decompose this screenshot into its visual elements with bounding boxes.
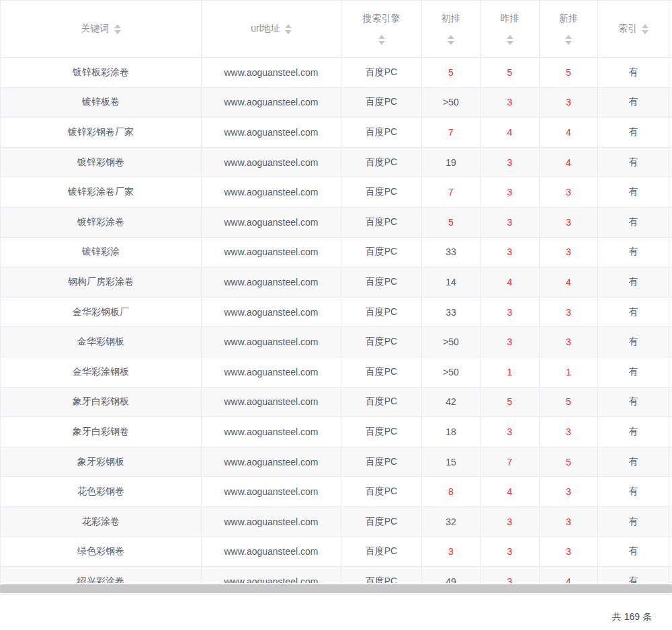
keyword-cell: 金华彩涂钢板 <box>1 357 202 387</box>
initial-rank-cell: 33 <box>422 237 480 267</box>
index-cell: 有 <box>598 237 669 267</box>
table-row: 镀锌彩钢卷 www.aoguansteel.com 百度PC 19 3 4 有 <box>1 147 672 177</box>
horizontal-scrollbar[interactable] <box>0 583 672 595</box>
column-header-indexed[interactable]: 索引 <box>598 1 669 58</box>
index-cell: 有 <box>598 567 669 583</box>
initial-rank-cell: >50 <box>422 357 480 387</box>
url-cell: www.aoguansteel.com <box>202 417 341 447</box>
new-rank-cell: 3 <box>540 237 598 267</box>
index-cell: 有 <box>598 447 669 477</box>
engine-cell: 百度PC <box>341 417 422 447</box>
table-row: 镀锌彩涂卷 www.aoguansteel.com 百度PC 5 3 3 有 <box>1 207 672 237</box>
new-rank-cell: 5 <box>540 447 598 477</box>
table-row: 象牙白彩钢卷 www.aoguansteel.com 百度PC 18 3 3 有 <box>1 417 672 447</box>
new-rank-cell: 1 <box>540 357 598 387</box>
url-cell: www.aoguansteel.com <box>202 506 341 537</box>
column-header-label: 关键词 <box>81 23 110 35</box>
url-cell: www.aoguansteel.com <box>202 567 341 583</box>
column-header-engine[interactable]: 搜索引擎 <box>341 1 422 58</box>
keyword-cell: 绍兴彩涂卷 <box>1 567 202 583</box>
new-rank-cell: 5 <box>540 387 598 417</box>
url-cell: www.aoguansteel.com <box>202 267 341 298</box>
url-cell: www.aoguansteel.com <box>202 477 341 507</box>
initial-rank-cell: 15 <box>422 447 480 477</box>
keyword-cell: 镀锌彩涂卷厂家 <box>1 177 202 208</box>
yesterday-rank-cell: 3 <box>480 207 540 237</box>
engine-cell: 百度PC <box>341 327 422 357</box>
table-row: 花色彩钢卷 www.aoguansteel.com 百度PC 8 4 3 有 <box>1 477 672 507</box>
column-header-label: 初排 <box>442 13 460 25</box>
column-header-keyword[interactable]: 关键词 <box>1 1 202 58</box>
url-cell: www.aoguansteel.com <box>202 118 341 148</box>
index-cell: 有 <box>598 58 669 88</box>
index-cell: 有 <box>598 537 669 567</box>
keyword-rank-table: 关键词url地址搜索引擎初排昨排新排索引 镀锌板彩涂卷 www.aoguanst… <box>0 0 672 583</box>
initial-rank-cell: 19 <box>422 147 480 177</box>
index-cell: 有 <box>598 387 669 417</box>
new-rank-cell: 5 <box>540 58 598 88</box>
table-row: 象牙彩钢板 www.aoguansteel.com 百度PC 15 7 5 有 <box>1 447 672 477</box>
keyword-cell: 钢构厂房彩涂卷 <box>1 267 202 298</box>
engine-cell: 百度PC <box>341 177 422 208</box>
url-cell: www.aoguansteel.com <box>202 207 341 237</box>
overflow-sliver-cell <box>669 537 672 567</box>
column-header-new_rank[interactable]: 新排 <box>540 1 598 58</box>
initial-rank-cell: 33 <box>422 297 480 327</box>
initial-rank-cell: 5 <box>422 207 480 237</box>
overflow-sliver-cell <box>669 237 672 267</box>
index-cell: 有 <box>598 357 669 387</box>
table-footer: 共 169 条 <box>0 595 672 623</box>
overflow-sliver-cell <box>669 207 672 237</box>
url-cell: www.aoguansteel.com <box>202 387 341 417</box>
initial-rank-cell: >50 <box>422 327 480 357</box>
engine-cell: 百度PC <box>341 58 422 88</box>
horizontal-scrollbar-thumb[interactable] <box>0 584 672 593</box>
url-cell: www.aoguansteel.com <box>202 327 341 357</box>
sort-caret-icon <box>642 24 648 34</box>
keyword-cell: 镀锌彩涂 <box>1 237 202 267</box>
column-header-yesterday_rank[interactable]: 昨排 <box>480 1 540 58</box>
new-rank-cell: 3 <box>540 506 598 537</box>
overflow-sliver-cell <box>669 357 672 387</box>
index-cell: 有 <box>598 327 669 357</box>
overflow-sliver-cell <box>669 147 672 177</box>
keyword-cell: 象牙彩钢板 <box>1 447 202 477</box>
sort-caret-icon <box>285 24 292 34</box>
engine-cell: 百度PC <box>341 207 422 237</box>
table-row: 镀锌彩钢卷厂家 www.aoguansteel.com 百度PC 7 4 4 有 <box>1 118 672 148</box>
url-cell: www.aoguansteel.com <box>202 87 341 118</box>
keyword-cell: 镀锌板卷 <box>1 87 202 118</box>
overflow-sliver-cell <box>669 118 672 148</box>
engine-cell: 百度PC <box>341 87 422 118</box>
column-header-initial_rank[interactable]: 初排 <box>422 1 480 58</box>
column-header-url[interactable]: url地址 <box>202 1 341 58</box>
table-row: 镀锌彩涂 www.aoguansteel.com 百度PC 33 3 3 有 <box>1 237 672 267</box>
initial-rank-cell: 5 <box>422 58 480 88</box>
engine-cell: 百度PC <box>341 477 422 507</box>
url-cell: www.aoguansteel.com <box>202 297 341 327</box>
index-cell: 有 <box>598 297 669 327</box>
index-cell: 有 <box>598 87 669 118</box>
keyword-cell: 镀锌彩涂卷 <box>1 207 202 237</box>
table-row: 绍兴彩涂卷 www.aoguansteel.com 百度PC 49 3 4 有 <box>1 567 672 583</box>
overflow-sliver-cell <box>669 387 672 417</box>
new-rank-cell: 3 <box>540 327 598 357</box>
initial-rank-cell: 7 <box>422 177 480 208</box>
sort-caret-icon <box>378 35 385 45</box>
table-row: 花彩涂卷 www.aoguansteel.com 百度PC 32 3 3 有 <box>1 506 672 537</box>
keyword-cell: 镀锌彩钢卷 <box>1 147 202 177</box>
overflow-sliver-cell <box>669 58 672 88</box>
overflow-sliver-cell <box>669 177 672 208</box>
new-rank-cell: 3 <box>540 87 598 118</box>
table-row: 镀锌板彩涂卷 www.aoguansteel.com 百度PC 5 5 5 有 <box>1 58 672 88</box>
yesterday-rank-cell: 1 <box>480 357 540 387</box>
table-row: 金华彩钢板厂 www.aoguansteel.com 百度PC 33 3 3 有 <box>1 297 672 327</box>
engine-cell: 百度PC <box>341 267 422 298</box>
engine-cell: 百度PC <box>341 447 422 477</box>
engine-cell: 百度PC <box>341 537 422 567</box>
new-rank-cell: 3 <box>540 177 598 208</box>
url-cell: www.aoguansteel.com <box>202 537 341 567</box>
index-cell: 有 <box>598 267 669 298</box>
yesterday-rank-cell: 3 <box>480 567 540 583</box>
new-rank-cell: 4 <box>540 118 598 148</box>
